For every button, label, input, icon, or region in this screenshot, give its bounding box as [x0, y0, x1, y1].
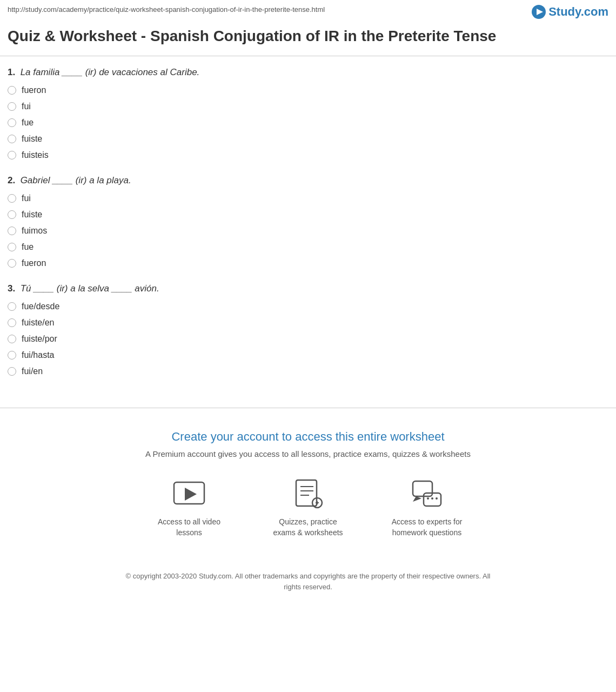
svg-point-16: [436, 497, 438, 500]
header-area: Quiz & Worksheet - Spanish Conjugation o…: [0, 17, 616, 56]
option-label: fueron: [22, 258, 46, 268]
radio-q2-4[interactable]: [8, 259, 16, 268]
option-label: fuiste/en: [22, 318, 54, 328]
option-row: fuisteis: [8, 150, 608, 160]
option-row: fuimos: [8, 226, 608, 236]
option-label: fue: [22, 242, 34, 252]
question-block-2: 2. Gabriel ____ (ir) a la playa. fui fui…: [8, 175, 608, 268]
radio-q1-4[interactable]: [8, 151, 16, 159]
radio-q2-2[interactable]: [8, 227, 16, 235]
feature-quizzes: Quizzes, practice exams & worksheets: [270, 478, 346, 538]
option-row: fueron: [8, 85, 608, 95]
option-label: fue/desde: [22, 302, 59, 311]
experts-icon: [411, 478, 443, 510]
question-number-1: 1.: [8, 67, 15, 77]
svg-point-14: [427, 497, 429, 500]
feature-experts-label: Access to experts for homework questions: [389, 517, 465, 538]
signup-title: Create your account to access this entir…: [11, 430, 605, 444]
video-lessons-icon: [173, 478, 205, 510]
svg-point-15: [431, 497, 433, 500]
option-label: fuimos: [22, 226, 47, 236]
logo-area: Study.com: [531, 4, 608, 19]
question-body-1: La familia ____ (ir) de vacaciones al Ca…: [21, 67, 200, 77]
top-row: http://study.com/academy/practice/quiz-w…: [0, 0, 616, 17]
footer-text: © copyright 2003-2020 Study.com. All oth…: [11, 560, 605, 604]
question-text-3: 3. Tú ____ (ir) a la selva ____ avión.: [8, 283, 608, 294]
feature-experts: Access to experts for homework questions: [389, 478, 465, 538]
option-row: fuiste/en: [8, 318, 608, 328]
svg-marker-3: [185, 488, 197, 501]
option-row: fuiste/por: [8, 334, 608, 344]
radio-q1-1[interactable]: [8, 102, 16, 111]
radio-q2-0[interactable]: [8, 194, 16, 203]
option-row: fue: [8, 118, 608, 128]
option-label: fui: [22, 102, 31, 111]
feature-quizzes-label: Quizzes, practice exams & worksheets: [270, 517, 346, 538]
option-label: fui: [22, 194, 31, 203]
signup-section: Create your account to access this entir…: [0, 408, 616, 620]
option-row: fueron: [8, 258, 608, 268]
option-row: fui: [8, 194, 608, 203]
question-body-3: Tú ____ (ir) a la selva ____ avión.: [21, 283, 159, 294]
svg-marker-12: [413, 496, 421, 502]
option-label: fue: [22, 118, 34, 128]
option-row: fue/desde: [8, 302, 608, 311]
quizzes-icon: [292, 478, 324, 510]
option-label: fuiste: [22, 210, 42, 219]
question-number-2: 2.: [8, 175, 15, 185]
quiz-body: 1. La familia ____ (ir) de vacaciones al…: [0, 56, 616, 402]
radio-q3-1[interactable]: [8, 318, 16, 327]
logo-text: Study.com: [548, 5, 608, 19]
question-text-2: 2. Gabriel ____ (ir) a la playa.: [8, 175, 608, 186]
radio-q1-3[interactable]: [8, 135, 16, 143]
radio-q2-1[interactable]: [8, 210, 16, 219]
svg-rect-4: [296, 480, 317, 506]
option-row: fue: [8, 242, 608, 252]
option-label: fuiste: [22, 134, 42, 144]
signup-subtitle: A Premium account gives you access to al…: [11, 449, 605, 458]
url-bar: http://study.com/academy/practice/quiz-w…: [0, 0, 616, 17]
feature-video: Access to all video lessons: [151, 478, 227, 538]
option-label: fui/hasta: [22, 350, 54, 360]
option-label: fui/en: [22, 367, 43, 376]
radio-q3-4[interactable]: [8, 367, 16, 376]
radio-q2-3[interactable]: [8, 243, 16, 251]
page-title: Quiz & Worksheet - Spanish Conjugation o…: [8, 26, 608, 46]
radio-q1-0[interactable]: [8, 86, 16, 95]
radio-q3-3[interactable]: [8, 351, 16, 360]
question-text-1: 1. La familia ____ (ir) de vacaciones al…: [8, 67, 608, 78]
option-row: fui: [8, 102, 608, 111]
option-row: fuiste: [8, 210, 608, 219]
option-row: fui/hasta: [8, 350, 608, 360]
question-block-1: 1. La familia ____ (ir) de vacaciones al…: [8, 67, 608, 160]
radio-q3-2[interactable]: [8, 335, 16, 343]
studycom-logo-icon: [531, 4, 546, 19]
question-number-3: 3.: [8, 283, 15, 294]
option-label: fuiste/por: [22, 334, 57, 344]
option-label: fueron: [22, 85, 46, 95]
option-row: fuiste: [8, 134, 608, 144]
option-row: fui/en: [8, 367, 608, 376]
radio-q1-2[interactable]: [8, 118, 16, 127]
question-body-2: Gabriel ____ (ir) a la playa.: [21, 175, 131, 185]
features-row: Access to all video lessons Quizzes, pra…: [11, 478, 605, 538]
radio-q3-0[interactable]: [8, 302, 16, 311]
feature-video-label: Access to all video lessons: [151, 517, 227, 538]
option-label: fuisteis: [22, 150, 49, 160]
svg-rect-11: [413, 481, 432, 496]
question-block-3: 3. Tú ____ (ir) a la selva ____ avión. f…: [8, 283, 608, 376]
